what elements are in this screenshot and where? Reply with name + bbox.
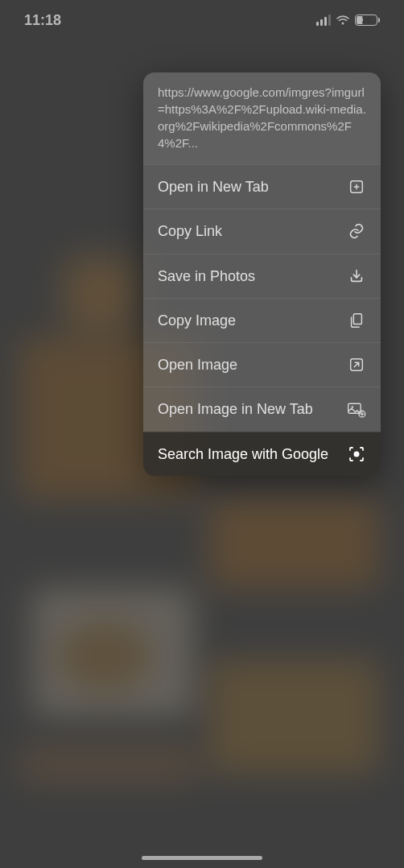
svg-point-4 [352, 406, 354, 408]
menu-item-label: Open Image in New Tab [158, 399, 347, 419]
wifi-icon [336, 14, 350, 26]
menu-item-open-image-new-tab[interactable]: Open Image in New Tab [143, 386, 381, 431]
svg-point-6 [354, 451, 360, 457]
home-indicator[interactable] [142, 856, 262, 860]
menu-item-label: Open Image [158, 355, 347, 374]
battery-icon: 30 [355, 14, 380, 26]
menu-item-open-image[interactable]: Open Image [143, 342, 381, 386]
open-external-icon [347, 355, 366, 374]
menu-item-copy-image[interactable]: Copy Image [143, 298, 381, 342]
menu-item-label: Open in New Tab [158, 177, 347, 196]
menu-item-save-photos[interactable]: Save in Photos [143, 254, 381, 298]
plus-square-icon [347, 177, 366, 196]
status-right-cluster: 30 [316, 14, 380, 26]
menu-item-label: Save in Photos [158, 267, 347, 286]
status-time: 11:18 [24, 12, 61, 29]
status-bar: 11:18 30 [0, 0, 404, 40]
image-plus-icon [347, 400, 366, 420]
menu-item-open-new-tab[interactable]: Open in New Tab [143, 164, 381, 209]
menu-item-label: Copy Image [158, 311, 347, 330]
menu-item-copy-link[interactable]: Copy Link [143, 209, 381, 253]
context-menu: https://www.google.com/imgres?imgurl=htt… [143, 72, 381, 476]
battery-percent: 30 [361, 16, 370, 25]
camera-search-icon [347, 444, 366, 464]
menu-item-search-image-google[interactable]: Search Image with Google [143, 432, 381, 476]
svg-rect-1 [353, 314, 361, 324]
link-icon [347, 221, 366, 241]
cellular-signal-icon [316, 14, 331, 26]
menu-item-label: Search Image with Google [158, 444, 347, 464]
menu-item-label: Copy Link [158, 221, 347, 241]
download-icon [347, 267, 366, 286]
copy-doc-icon [347, 311, 366, 330]
context-menu-url-preview: https://www.google.com/imgres?imgurl=htt… [143, 72, 381, 164]
